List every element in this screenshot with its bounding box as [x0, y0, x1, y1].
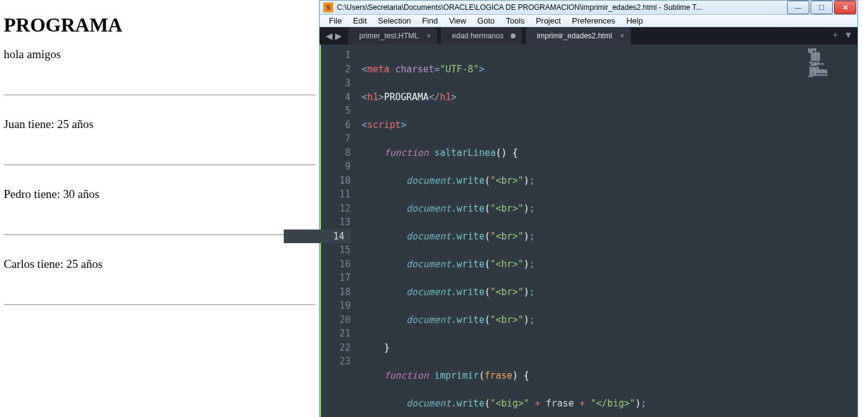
output-line-1: hola amigos	[4, 48, 315, 61]
menu-tools[interactable]: Tools	[500, 15, 530, 27]
menu-selection[interactable]: Selection	[372, 15, 416, 27]
menu-preferences[interactable]: Preferences	[566, 15, 621, 27]
line-gutter: 1234 5678 9101112 13141516 17181920 2122…	[320, 45, 357, 417]
tab-label: edad hermanos	[452, 32, 503, 40]
tab-nav-forward-icon[interactable]: ▶	[335, 31, 342, 41]
minimap-content: ███ ████████████████████████ ████ ██████…	[808, 48, 854, 77]
tab-label: imprimir_edades2.html	[537, 32, 611, 40]
tab-label: primer_test.HTML	[359, 32, 419, 40]
tabbar: ◀ ▶ primer_test.HTML × edad hermanos imp…	[320, 27, 857, 45]
menubar: File Edit Selection Find View Goto Tools…	[320, 15, 857, 27]
close-icon[interactable]: ×	[620, 32, 624, 40]
menu-edit[interactable]: Edit	[347, 15, 372, 27]
menu-file[interactable]: File	[323, 15, 347, 27]
menu-goto[interactable]: Goto	[472, 15, 500, 27]
page-heading: PROGRAMA	[4, 14, 315, 37]
editor[interactable]: 1234 5678 9101112 13141516 17181920 2122…	[320, 45, 857, 417]
minimap[interactable]: ███ ████████████████████████ ████ ██████…	[802, 45, 857, 417]
output-line-4: Carlos tiene: 25 años	[4, 257, 315, 271]
menu-find[interactable]: Find	[417, 15, 443, 27]
tab-menu-icon[interactable]: ▼	[844, 30, 853, 40]
close-button[interactable]: ✕	[834, 1, 856, 14]
menu-help[interactable]: Help	[621, 15, 649, 27]
tab-nav-back-icon[interactable]: ◀	[326, 31, 333, 41]
new-tab-icon[interactable]: +	[833, 30, 838, 40]
code-area[interactable]: <meta charset="UTF-8"> <h1>PROGRAMA</h1>…	[357, 45, 802, 417]
browser-output: PROGRAMA hola amigos Juan tiene: 25 años…	[0, 0, 319, 417]
close-icon[interactable]: ×	[427, 32, 431, 40]
output-line-2: Juan tiene: 25 años	[4, 118, 315, 131]
output-line-3: Pedro tiene: 30 años	[4, 187, 315, 201]
minimize-button[interactable]: —	[787, 1, 809, 14]
titlebar[interactable]: S C:\Users\Secretaria\Documents\ORACLE\L…	[320, 1, 857, 15]
window-title: C:\Users\Secretaria\Documents\ORACLE\LOG…	[337, 3, 786, 12]
unsaved-dot-icon	[511, 33, 516, 38]
tab-primer-test[interactable]: primer_test.HTML ×	[348, 27, 437, 45]
maximize-button[interactable]: ☐	[811, 1, 833, 14]
sublime-window: S C:\Users\Secretaria\Documents\ORACLE\L…	[319, 0, 858, 417]
tab-imprimir-edades2[interactable]: imprimir_edades2.html ×	[525, 27, 630, 45]
menu-view[interactable]: View	[443, 15, 472, 27]
sublime-icon: S	[323, 2, 333, 12]
menu-project[interactable]: Project	[530, 15, 566, 27]
tab-edad-hermanos[interactable]: edad hermanos	[441, 27, 522, 45]
